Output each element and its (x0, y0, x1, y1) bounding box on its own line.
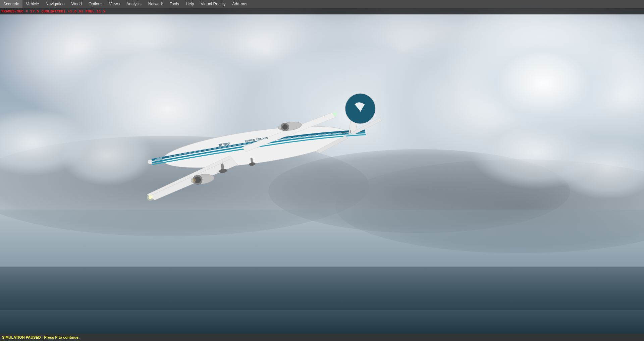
menu-network[interactable]: Network (145, 0, 166, 8)
svg-rect-5 (189, 152, 192, 154)
menu-help[interactable]: Help (182, 0, 198, 8)
svg-rect-33 (328, 133, 331, 135)
svg-rect-30 (313, 134, 316, 137)
svg-rect-28 (303, 135, 306, 138)
svg-rect-14 (233, 145, 236, 147)
svg-rect-32 (323, 133, 326, 136)
menu-views[interactable]: Views (106, 0, 123, 8)
menu-navigation[interactable]: Navigation (42, 0, 68, 8)
svg-rect-15 (238, 144, 241, 146)
svg-rect-27 (298, 136, 301, 138)
svg-rect-8 (203, 149, 206, 151)
svg-rect-6 (194, 151, 197, 153)
status-bar: SIMULATION PAUSED - Press P to continue. (0, 334, 644, 341)
svg-rect-25 (288, 137, 291, 139)
stats-display: FRAMES/SEC = 17.5 (UNLIMITED) +1.0 Gs FU… (1, 9, 105, 13)
svg-rect-4 (183, 152, 186, 155)
svg-rect-16 (243, 143, 246, 145)
menu-analysis[interactable]: Analysis (123, 0, 145, 8)
menu-tools[interactable]: Tools (166, 0, 182, 8)
menu-world[interactable]: World (68, 0, 85, 8)
ocean-ground (0, 267, 644, 334)
simulation-viewport[interactable]: 厦门航空 XIAMEN AIRLINES B-5215 (0, 8, 644, 341)
svg-rect-29 (308, 135, 311, 137)
menu-scenario[interactable]: Scenario (0, 0, 22, 8)
svg-rect-10 (213, 148, 216, 150)
svg-rect-24 (283, 138, 286, 140)
stats-bar: FRAMES/SEC = 17.5 (UNLIMITED) +1.0 Gs FU… (0, 8, 644, 14)
svg-rect-35 (338, 132, 341, 135)
menu-bar: Scenario Vehicle Navigation World Option… (0, 0, 644, 8)
cloud-top-right-2 (460, 25, 627, 143)
svg-rect-7 (199, 150, 202, 152)
svg-rect-34 (333, 133, 336, 135)
svg-rect-1 (169, 156, 172, 158)
aircraft-model: 厦门航空 XIAMEN AIRLINES B-5215 (101, 75, 402, 210)
svg-rect-9 (208, 148, 211, 151)
svg-rect-3 (179, 153, 182, 156)
menu-virtual-reality[interactable]: Virtual Reality (197, 0, 229, 8)
simulation-status: SIMULATION PAUSED - Press P to continue. (2, 335, 79, 339)
menu-add-ons[interactable]: Add-ons (229, 0, 251, 8)
svg-rect-2 (174, 155, 177, 157)
menu-options[interactable]: Options (85, 0, 106, 8)
menu-vehicle[interactable]: Vehicle (22, 0, 42, 8)
svg-rect-26 (293, 136, 296, 139)
svg-rect-31 (318, 134, 321, 136)
